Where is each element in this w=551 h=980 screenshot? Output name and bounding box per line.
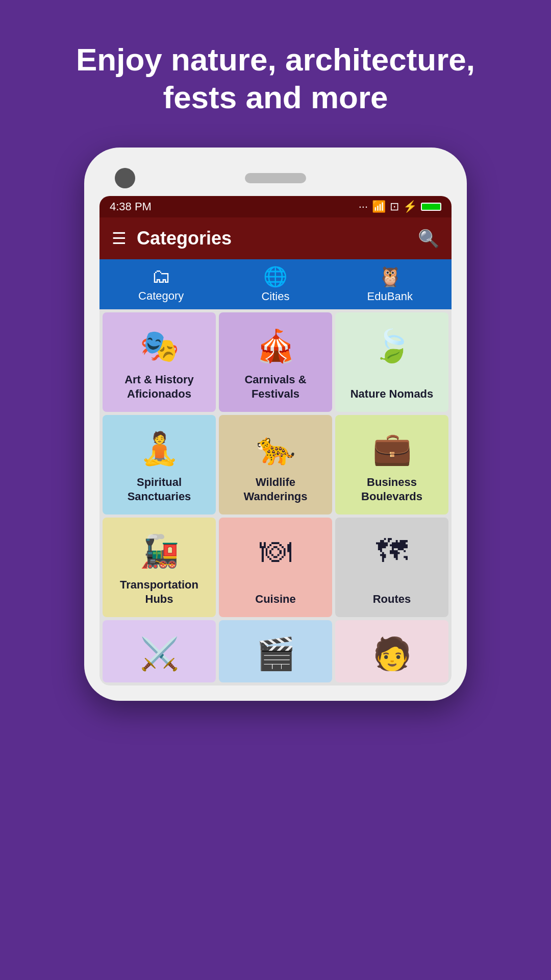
card-nature-nomads[interactable]: 🍃 Nature Nomads (335, 312, 448, 412)
card-wildlife[interactable]: 🐆 Wildlife Wanderings (219, 415, 332, 514)
wildlife-label: Wildlife Wanderings (224, 475, 327, 504)
card-cinema[interactable]: 🎬 (219, 620, 332, 682)
phone-screen: 4:38 PM ··· 📶 ⊡ ⚡ ☰ Categories 🔍 🗂 Categ… (99, 196, 452, 685)
card-transportation[interactable]: 🚂 Transportation Hubs (103, 518, 216, 617)
hero-text: Enjoy nature, architecture, fests and mo… (0, 0, 551, 148)
routes-label: Routes (373, 592, 411, 607)
cuisine-label: Cuisine (255, 592, 295, 607)
partial-bottom-row: ⚔️ 🎬 🧑 (99, 620, 452, 685)
business-icon: 💼 (372, 430, 412, 467)
cities-tab-icon: 🌐 (263, 265, 287, 288)
card-cuisine[interactable]: 🍽 Cuisine (219, 518, 332, 617)
phone-camera (115, 168, 135, 188)
card-routes[interactable]: 🗺 Routes (335, 518, 448, 617)
menu-button[interactable]: ☰ (112, 229, 127, 248)
nature-nomads-icon: 🍃 (372, 328, 412, 364)
art-history-icon: 🎭 (140, 328, 179, 364)
status-bar: 4:38 PM ··· 📶 ⊡ ⚡ (99, 196, 452, 217)
business-label: Business Boulevards (340, 475, 443, 504)
card-warriors[interactable]: ⚔️ (103, 620, 216, 682)
card-carnivals[interactable]: 🎪 Carnivals & Festivals (219, 312, 332, 412)
art-history-label: Art & History Aficionados (108, 373, 211, 402)
categories-grid: 🎭 Art & History Aficionados 🎪 Carnivals … (99, 309, 452, 620)
signal-dots: ··· (359, 200, 368, 213)
phone-mockup: 4:38 PM ··· 📶 ⊡ ⚡ ☰ Categories 🔍 🗂 Categ… (84, 148, 467, 701)
status-icons: ··· 📶 ⊡ ⚡ (359, 200, 441, 213)
tab-category[interactable]: 🗂 Category (128, 265, 194, 303)
app-bar: ☰ Categories 🔍 (99, 217, 452, 259)
guide-icon: 🧑 (372, 635, 412, 672)
carnivals-icon: 🎪 (256, 328, 295, 364)
tab-cities[interactable]: 🌐 Cities (251, 265, 299, 303)
card-business[interactable]: 💼 Business Boulevards (335, 415, 448, 514)
charge-icon: ⚡ (403, 200, 417, 213)
transportation-icon: 🚂 (140, 533, 179, 570)
wildlife-icon: 🐆 (256, 430, 295, 467)
card-art-history[interactable]: 🎭 Art & History Aficionados (103, 312, 216, 412)
cities-tab-label: Cities (261, 290, 289, 303)
search-button[interactable]: 🔍 (418, 228, 439, 249)
routes-icon: 🗺 (376, 533, 408, 569)
nature-nomads-label: Nature Nomads (350, 387, 434, 402)
tab-edubank[interactable]: 🦉 EduBank (357, 265, 423, 303)
card-guide[interactable]: 🧑 (335, 620, 448, 682)
spiritual-icon: 🧘 (140, 430, 179, 467)
phone-notch (99, 163, 452, 196)
spiritual-label: Spiritual Sanctuaries (108, 475, 211, 504)
tab-bar: 🗂 Category 🌐 Cities 🦉 EduBank (99, 259, 452, 309)
app-title: Categories (137, 228, 408, 249)
category-tab-icon: 🗂 (152, 265, 171, 287)
signal-icon: ⊡ (390, 200, 399, 213)
card-spiritual[interactable]: 🧘 Spiritual Sanctuaries (103, 415, 216, 514)
cinema-icon: 🎬 (256, 635, 295, 672)
warriors-icon: ⚔️ (140, 635, 179, 672)
phone-speaker (245, 173, 306, 183)
wifi-icon: 📶 (372, 200, 386, 213)
status-time: 4:38 PM (110, 200, 152, 213)
edubank-tab-icon: 🦉 (378, 265, 402, 288)
carnivals-label: Carnivals & Festivals (224, 373, 327, 402)
category-tab-label: Category (138, 289, 184, 303)
edubank-tab-label: EduBank (367, 290, 413, 303)
battery-indicator (421, 203, 441, 211)
transportation-label: Transportation Hubs (108, 578, 211, 607)
cuisine-icon: 🍽 (260, 533, 291, 569)
